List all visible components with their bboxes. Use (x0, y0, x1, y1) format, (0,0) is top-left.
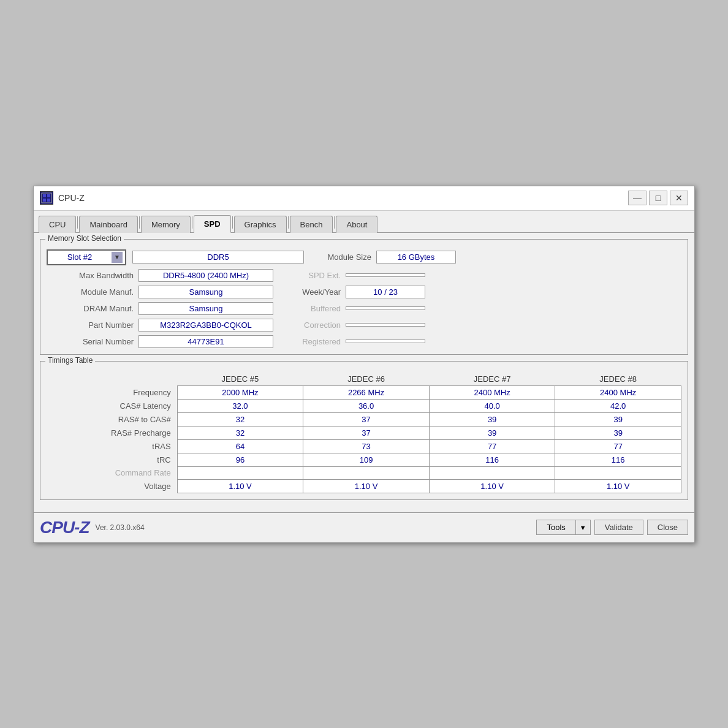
svg-rect-2 (47, 194, 50, 197)
tab-separator-5 (288, 216, 289, 229)
max-bandwidth-label: Max Bandwidth (47, 271, 138, 280)
timings-cell: 2400 MHz (555, 385, 681, 399)
dram-manuf-row: DRAM Manuf. Samsung Buffered (47, 302, 681, 315)
timings-cell: 1.10 V (303, 479, 430, 493)
tools-group[interactable]: Tools ▼ (536, 520, 590, 535)
week-year-value: 10 / 23 (346, 286, 425, 298)
slot-select-text: Slot #2 (50, 252, 109, 262)
tab-bench[interactable]: Bench (290, 216, 333, 233)
correction-value (346, 323, 425, 327)
spd-ext-label: SPD Ext. (286, 271, 341, 280)
svg-rect-4 (47, 199, 50, 202)
timings-row: Frequency2000 MHz2266 MHz2400 MHz2400 MH… (47, 385, 681, 399)
footer-logo: CPU-Z (40, 518, 89, 537)
main-content: Memory Slot Selection Slot #2 ▼ DDR5 Mod… (34, 233, 694, 512)
timings-cell: 77 (429, 439, 555, 453)
tab-separator-1 (77, 216, 78, 229)
timings-row-label: tRAS (47, 439, 177, 453)
tab-cpu[interactable]: CPU (39, 216, 76, 233)
ddr-type-value: DDR5 (132, 251, 304, 264)
module-manuf-label: Module Manuf. (47, 287, 138, 297)
jedec7-col: JEDEC #7 (429, 373, 555, 386)
timings-cell (303, 466, 430, 479)
timings-title: Timings Table (45, 356, 95, 365)
tools-dropdown-arrow-icon[interactable]: ▼ (576, 521, 590, 534)
part-number-value: M323R2GA3BB0-CQKOL (138, 319, 273, 332)
timings-cell (429, 466, 555, 479)
close-button[interactable]: ✕ (670, 191, 688, 205)
dropdown-arrow-icon: ▼ (112, 252, 123, 263)
memory-slot-group: Memory Slot Selection Slot #2 ▼ DDR5 Mod… (40, 239, 688, 355)
slot-row: Slot #2 ▼ DDR5 Module Size 16 GBytes (47, 249, 681, 265)
tools-button[interactable]: Tools (537, 520, 575, 534)
tab-mainboard[interactable]: Mainboard (79, 216, 137, 233)
timings-cell: 116 (555, 453, 681, 466)
timings-row-label: CAS# Latency (47, 399, 177, 412)
timings-row-label: Frequency (47, 385, 177, 399)
timings-cell: 2400 MHz (429, 385, 555, 399)
title-bar: CPU-Z — □ ✕ (34, 186, 694, 211)
registered-value (346, 339, 425, 343)
timings-cell: 32 (177, 426, 303, 439)
timings-cell (555, 466, 681, 479)
validate-button[interactable]: Validate (594, 520, 643, 535)
tab-separator-3 (192, 216, 192, 229)
module-size-section: Module Size 16 GBytes (316, 251, 456, 264)
timings-row-label: RAS# Precharge (47, 426, 177, 439)
timings-row: tRC96109116116 (47, 453, 681, 466)
spd-ext-section: SPD Ext. (286, 271, 425, 280)
tab-bar: CPU Mainboard Memory SPD Graphics Bench … (34, 211, 694, 233)
footer: CPU-Z Ver. 2.03.0.x64 Tools ▼ Validate C… (34, 512, 694, 542)
serial-number-label: Serial Number (47, 337, 138, 346)
tab-graphics[interactable]: Graphics (234, 216, 287, 233)
app-window: CPU-Z — □ ✕ CPU Mainboard Memory SPD Gra… (33, 186, 695, 543)
spd-ext-value (346, 273, 425, 277)
timings-cell: 37 (303, 426, 430, 439)
timings-cell: 42.0 (555, 399, 681, 412)
timings-cell: 32.0 (177, 399, 303, 412)
buffered-label: Buffered (286, 304, 341, 313)
timings-cell: 39 (555, 426, 681, 439)
registered-section: Registered (286, 337, 425, 346)
correction-label: Correction (286, 320, 341, 330)
tab-separator-2 (139, 216, 140, 229)
close-footer-button[interactable]: Close (647, 520, 688, 535)
timings-cell: 1.10 V (555, 479, 681, 493)
buffered-section: Buffered (286, 304, 425, 313)
timings-cell: 39 (429, 426, 555, 439)
dram-manuf-label: DRAM Manuf. (47, 304, 138, 313)
module-size-value: 16 GBytes (376, 251, 456, 264)
slot-select[interactable]: Slot #2 ▼ (47, 249, 126, 265)
timings-cell: 64 (177, 439, 303, 453)
timings-cell: 116 (429, 453, 555, 466)
tab-spd[interactable]: SPD (194, 215, 231, 233)
timings-row: CAS# Latency32.036.040.042.0 (47, 399, 681, 412)
timings-row-label: tRC (47, 453, 177, 466)
title-bar-controls: — □ ✕ (628, 191, 688, 205)
svg-rect-1 (43, 194, 46, 197)
timings-row: RAS# to CAS#32373939 (47, 412, 681, 426)
module-size-label: Module Size (316, 252, 371, 262)
memory-slot-title: Memory Slot Selection (45, 234, 124, 243)
bandwidth-row: Max Bandwidth DDR5-4800 (2400 MHz) SPD E… (47, 269, 681, 282)
timings-cell: 73 (303, 439, 430, 453)
tab-separator-6 (334, 216, 335, 229)
dram-manuf-value: Samsung (138, 302, 273, 315)
timings-cell: 96 (177, 453, 303, 466)
maximize-button[interactable]: □ (649, 191, 667, 205)
timings-label-col (47, 373, 177, 386)
timings-cell: 77 (555, 439, 681, 453)
svg-rect-3 (43, 199, 46, 202)
jedec8-col: JEDEC #8 (555, 373, 681, 386)
tab-about[interactable]: About (336, 216, 377, 233)
title-bar-left: CPU-Z (40, 191, 85, 205)
timings-group: Timings Table JEDEC #5 JEDEC #6 JEDEC #7… (40, 361, 688, 500)
serial-number-row: Serial Number 44773E91 Registered (47, 335, 681, 348)
tab-memory[interactable]: Memory (141, 216, 191, 233)
serial-number-value: 44773E91 (138, 335, 273, 348)
minimize-button[interactable]: — (628, 191, 646, 205)
footer-version: Ver. 2.03.0.x64 (96, 523, 537, 532)
week-year-section: Week/Year 10 / 23 (286, 286, 425, 298)
timings-cell: 1.10 V (177, 479, 303, 493)
timings-row-label: Command Rate (47, 466, 177, 479)
